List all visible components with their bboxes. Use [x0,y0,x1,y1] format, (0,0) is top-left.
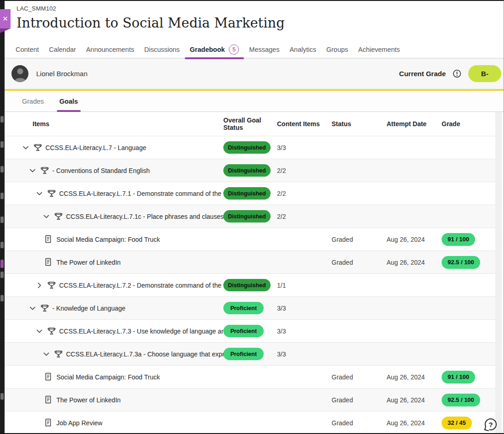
goal-title: CCSS.ELA-Literacy.L.7.3 - Use knowledge … [59,328,223,335]
tab-content[interactable]: Content [11,41,44,58]
goal-status-badge: Distinguished [223,187,271,200]
grade-pill[interactable]: 91 / 100 [442,233,475,246]
document-icon [44,418,53,427]
content-item-row[interactable]: The Power of LinkedInGradedAug 26, 20249… [5,388,495,411]
header-overall-goal-status: Overall Goal Status [223,112,275,136]
grade-pill[interactable]: 92.5 / 100 [442,394,480,406]
tab-label: Achievements [358,46,400,53]
overall-goal-status-cell [223,366,275,388]
attempt-date-text: Aug 26, 2024 [387,236,425,243]
collapse-chevron-icon[interactable] [36,190,43,197]
subtab-grades[interactable]: Grades [19,91,47,111]
items-cell: Social Media Campaign: Food Truck [5,228,223,250]
goal-title: CCSS.ELA-Literacy.L.7.3a - Choose langua… [66,351,223,358]
goal-trophy-icon [47,327,56,335]
status-cell: Graded [332,251,387,273]
items-cell: Job App Review [5,412,223,433]
grade-cell [442,343,495,365]
info-icon[interactable] [453,69,461,78]
attempt-date-text: Aug 26, 2024 [387,419,425,427]
goal-trophy-icon [47,281,56,289]
grade-cell [442,205,495,228]
goal-trophy-icon [33,143,42,152]
collapse-chevron-icon[interactable] [29,305,36,312]
attempt-date-cell [387,343,442,365]
content-items-cell: 2/2 [275,182,332,205]
overall-goal-status-cell: Distinguished [223,136,275,159]
goal-title: CCSS.ELA-Literacy.L.7.1c - Place phrases… [66,213,223,220]
goal-row[interactable]: CCSS.ELA-Literacy.L.7.3a - Choose langua… [5,342,495,365]
base-nav-icon-sliver [0,260,4,268]
goal-status-badge: Proficient [223,325,264,337]
content-item-row[interactable]: Social Media Campaign: Food TruckGradedA… [5,365,495,388]
collapse-chevron-icon[interactable] [43,213,50,220]
goal-status-badge: Distinguished [223,279,271,291]
grade-cell [442,136,495,159]
close-panel-button[interactable]: ✕ [0,9,11,28]
tab-achievements[interactable]: Achievements [353,41,405,58]
attempt-date-text: Aug 26, 2024 [387,373,425,381]
status-cell [332,297,387,319]
collapse-chevron-icon[interactable] [36,328,43,335]
base-nav-icon-sliver [0,166,4,172]
attempt-date-cell: Aug 26, 2024 [387,251,442,273]
course-nav-tabs: ContentCalendarAnnouncementsDiscussionsG… [5,41,504,58]
header-content-items: Content Items [275,112,332,136]
content-items-cell [275,389,332,411]
status-cell [332,136,387,159]
document-icon [44,395,53,404]
header-attempt-date: Attempt Date [387,112,442,136]
grade-pill[interactable]: 32 / 45 [442,417,472,429]
tab-gradebook[interactable]: Gradebook5 [185,41,244,58]
goal-row[interactable]: - Conventions of Standard EnglishDisting… [5,159,495,182]
content-item-row[interactable]: Social Media Campaign: Food TruckGradedA… [5,228,495,250]
tab-groups[interactable]: Groups [321,41,353,58]
goal-title: - Knowledge of Language [52,305,126,312]
overall-goal-status-cell: Proficient [223,320,275,342]
tab-announcements[interactable]: Announcements [81,41,139,58]
base-nav-icon-sliver [0,116,4,122]
goal-row[interactable]: - Knowledge of LanguageProficient3/3 [5,296,495,319]
grade-cell [442,182,495,205]
tab-messages[interactable]: Messages [244,41,284,58]
items-cell: CCSS.ELA-Literacy.L.7.3 - Use knowledge … [5,320,223,342]
attempt-date-cell [387,136,442,159]
tab-calendar[interactable]: Calendar [44,41,81,58]
attempt-date-text: Aug 26, 2024 [387,396,425,404]
status-cell [332,274,387,296]
tab-analytics[interactable]: Analytics [284,41,321,58]
collapse-chevron-icon[interactable] [43,351,50,358]
attempt-date-text: Aug 26, 2024 [387,259,425,266]
content-item-title: Job App Review [56,419,102,427]
overall-goal-status-cell: Distinguished [223,274,275,296]
grade-pill[interactable]: 91 / 100 [442,371,475,384]
content-items-cell [275,251,332,273]
grade-pill[interactable]: 92.5 / 100 [442,256,480,269]
attempt-date-cell [387,320,442,342]
subtab-goals[interactable]: Goals [57,91,81,111]
goal-row[interactable]: CCSS.ELA-Literacy.L.7.1c - Place phrases… [5,205,495,228]
status-text: Graded [332,236,353,243]
collapse-chevron-icon[interactable] [29,167,36,174]
content-item-title: Social Media Campaign: Food Truck [56,236,160,243]
content-items-cell: 3/3 [275,297,332,319]
content-item-row[interactable]: The Power of LinkedInGradedAug 26, 20249… [5,250,495,273]
expand-chevron-icon[interactable] [36,282,43,289]
goals-table: Items Overall Goal Status Content Items … [5,112,495,433]
goal-row[interactable]: CCSS.ELA-Literacy.L.7.1 - Demonstrate co… [5,182,495,205]
goal-row[interactable]: CCSS.ELA-Literacy.L.7.2 - Demonstrate co… [5,273,495,296]
help-button[interactable]: ? [485,418,498,431]
content-items-cell: 3/3 [275,343,332,365]
header-grade: Grade [442,112,495,136]
content-item-row[interactable]: Job App ReviewGradedAug 26, 202432 / 45 [5,411,495,433]
status-text: Graded [332,373,353,381]
tab-discussions[interactable]: Discussions [139,41,184,58]
grade-cell [442,320,495,342]
collapse-chevron-icon[interactable] [22,144,29,151]
goal-row[interactable]: CCSS.ELA-Literacy.L.7.3 - Use knowledge … [5,319,495,342]
collapsed-base-navigation [0,0,5,434]
scrollbar-track[interactable] [502,112,504,433]
content-items-cell: 3/3 [275,136,332,159]
goal-row[interactable]: CCSS.ELA-Literacy.L.7 - LanguageDistingu… [5,136,495,159]
content-items-count: 2/2 [277,213,286,220]
